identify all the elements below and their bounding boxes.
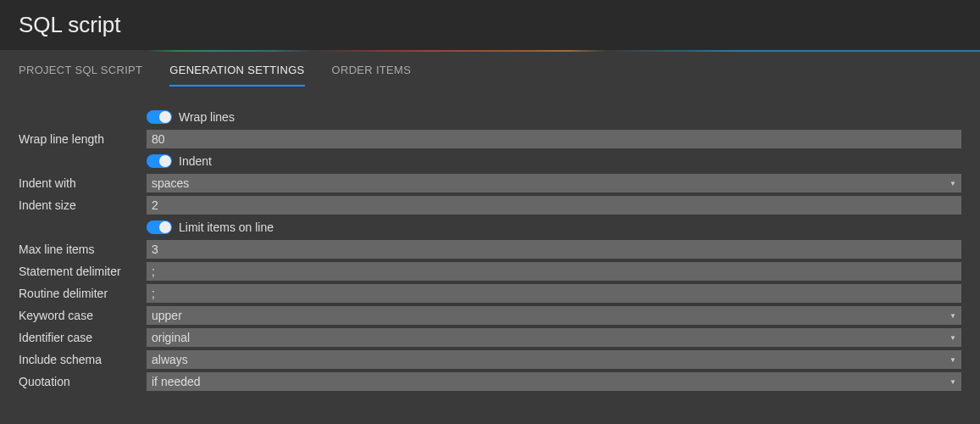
indent-size-input[interactable]: [147, 196, 961, 215]
tab-order-items[interactable]: ORDER ITEMS: [332, 64, 412, 86]
tab-generation-settings[interactable]: GENERATION SETTINGS: [169, 64, 304, 86]
wrap-line-length-input[interactable]: [147, 130, 961, 148]
statement-delimiter-input[interactable]: [147, 262, 961, 281]
statement-delimiter-label: Statement delimiter: [19, 260, 147, 282]
tabs-bar: PROJECT SQL SCRIPT GENERATION SETTINGS O…: [0, 52, 980, 87]
identifier-case-select[interactable]: original: [147, 328, 961, 347]
max-line-items-input[interactable]: [147, 240, 961, 259]
toggle-knob: [159, 221, 171, 233]
tab-project-sql-script[interactable]: PROJECT SQL SCRIPT: [19, 64, 142, 86]
wrap-lines-toggle[interactable]: [147, 110, 172, 124]
toggle-knob: [159, 155, 171, 167]
wrap-line-length-label: Wrap line length: [19, 128, 147, 150]
quotation-select[interactable]: if needed: [147, 372, 961, 391]
indent-toggle[interactable]: [147, 154, 172, 168]
indent-size-label: Indent size: [19, 194, 147, 216]
identifier-case-label: Identifier case: [19, 326, 147, 349]
include-schema-select[interactable]: always: [147, 350, 961, 369]
include-schema-label: Include schema: [19, 349, 147, 371]
limit-items-toggle[interactable]: [147, 220, 172, 234]
toggle-knob: [159, 111, 171, 123]
indent-with-label: Indent with: [19, 172, 147, 194]
wrap-lines-label: Wrap lines: [179, 110, 235, 124]
keyword-case-label: Keyword case: [19, 304, 147, 326]
max-line-items-label: Max line items: [19, 238, 147, 260]
limit-items-label: Limit items on line: [179, 220, 274, 234]
indent-with-select[interactable]: spaces: [147, 174, 961, 192]
routine-delimiter-input[interactable]: [147, 284, 961, 303]
indent-label: Indent: [179, 154, 212, 168]
keyword-case-select[interactable]: upper: [147, 306, 961, 325]
routine-delimiter-label: Routine delimiter: [19, 282, 147, 304]
accent-bar: [0, 50, 980, 52]
page-title: SQL script: [0, 0, 980, 50]
settings-form: Wrap lines Wrap line length Indent Inden…: [0, 87, 980, 401]
quotation-label: Quotation: [19, 371, 147, 393]
